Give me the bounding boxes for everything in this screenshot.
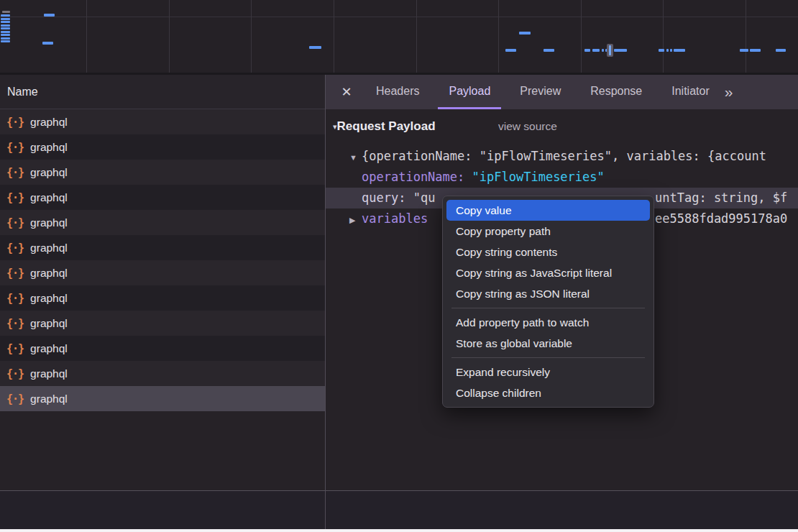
request-row[interactable]: {·} graphql bbox=[0, 260, 325, 285]
tab-headers[interactable]: Headers bbox=[365, 75, 430, 109]
context-menu-item-copy-value[interactable]: Copy value bbox=[446, 200, 650, 221]
json-request-icon: {·} bbox=[6, 141, 24, 154]
request-timing-bar bbox=[602, 49, 604, 52]
context-menu-item-copy-string-as-json-literal[interactable]: Copy string as JSON literal bbox=[443, 283, 653, 304]
request-row[interactable]: {·} graphql bbox=[0, 160, 325, 185]
request-row[interactable]: {·} graphql bbox=[0, 210, 325, 235]
request-timing-bar bbox=[1, 37, 10, 40]
tab-response[interactable]: Response bbox=[579, 75, 653, 109]
overview-horizontal-gridline bbox=[0, 17, 798, 17]
request-timing-bar bbox=[2, 11, 10, 13]
property-value-suffix: ee5588fdad995178a0 bbox=[655, 208, 787, 229]
request-list-empty-area bbox=[0, 411, 325, 490]
network-overview-waterfall[interactable] bbox=[0, 0, 798, 75]
request-timing-bar bbox=[42, 42, 53, 45]
overview-gridline bbox=[334, 0, 334, 73]
bottom-status-area bbox=[0, 490, 798, 529]
request-timing-bar bbox=[1, 21, 10, 23]
close-icon[interactable]: ✕ bbox=[336, 75, 357, 109]
overview-gridline bbox=[86, 0, 87, 73]
overview-gridline bbox=[746, 0, 746, 73]
expand-triangle-icon[interactable]: ▶ bbox=[349, 210, 362, 229]
json-request-icon: {·} bbox=[6, 116, 24, 129]
request-row[interactable]: {·} graphql bbox=[0, 185, 325, 210]
request-timing-bar bbox=[666, 49, 669, 52]
payload-root-row[interactable]: ▼{operationName: "ipFlowTimeseries", var… bbox=[326, 146, 798, 167]
tab-preview[interactable]: Preview bbox=[509, 75, 572, 109]
context-menu-item-copy-property-path[interactable]: Copy property path bbox=[443, 221, 653, 242]
payload-root-preview: {operationName: "ipFlowTimeseries", vari… bbox=[362, 149, 766, 163]
request-list: {·} graphql {·} graphql {·} graphql {·} … bbox=[0, 109, 325, 411]
tab-initiator[interactable]: Initiator bbox=[661, 75, 720, 109]
view-source-link[interactable]: view source bbox=[498, 118, 557, 135]
payload-operation-row[interactable]: operationName: "ipFlowTimeseries" bbox=[326, 167, 798, 188]
request-timing-bar bbox=[614, 49, 627, 52]
request-timing-bar bbox=[1, 18, 10, 20]
request-row[interactable]: {·} graphql bbox=[0, 311, 325, 336]
request-timing-bar bbox=[1, 40, 10, 42]
property-value-suffix: untTag: string, $f bbox=[655, 188, 787, 208]
property-key: variables bbox=[362, 211, 428, 226]
request-timing-bar bbox=[670, 49, 672, 52]
json-request-icon: {·} bbox=[6, 166, 24, 179]
context-menu-item-add-property-path-to-watch[interactable]: Add property path to watch bbox=[443, 312, 653, 333]
request-timing-bar bbox=[659, 49, 664, 52]
section-title: Request Payload bbox=[337, 119, 436, 133]
expand-triangle-icon[interactable]: ▼ bbox=[349, 147, 362, 167]
request-timing-bar bbox=[750, 49, 761, 52]
devtools-network-panel: Name {·} graphql {·} graphql {·} graphql… bbox=[0, 0, 798, 532]
request-row[interactable]: {·} graphql bbox=[0, 235, 325, 260]
request-name: graphql bbox=[30, 292, 68, 305]
json-request-icon: {·} bbox=[6, 393, 24, 405]
request-name: graphql bbox=[30, 166, 68, 179]
request-row[interactable]: {·} graphql bbox=[0, 285, 325, 311]
json-request-icon: {·} bbox=[6, 242, 24, 254]
request-timing-bar bbox=[505, 49, 516, 52]
request-timing-bar bbox=[1, 34, 10, 36]
overview-selection-tick bbox=[609, 45, 611, 55]
request-timing-bar bbox=[674, 49, 685, 52]
column-header-name[interactable]: Name bbox=[0, 75, 325, 109]
context-menu-item-expand-recursively[interactable]: Expand recursively bbox=[443, 362, 653, 382]
json-request-icon: {·} bbox=[6, 216, 24, 229]
request-name: graphql bbox=[30, 216, 68, 229]
property-value: "ipFlowTimeseries" bbox=[472, 170, 605, 184]
overview-gridline bbox=[581, 0, 582, 73]
json-request-icon: {·} bbox=[6, 292, 24, 305]
request-row[interactable]: {·} graphql bbox=[0, 109, 325, 134]
json-request-icon: {·} bbox=[6, 367, 24, 380]
context-menu: Copy valueCopy property pathCopy string … bbox=[442, 196, 654, 408]
request-payload-section-header[interactable]: ▾Request Payload bbox=[333, 118, 436, 135]
request-name: graphql bbox=[30, 116, 68, 129]
more-tabs-icon[interactable]: » bbox=[725, 75, 732, 109]
request-timing-bar bbox=[44, 14, 55, 17]
request-row[interactable]: {·} graphql bbox=[0, 386, 325, 411]
request-name: graphql bbox=[30, 191, 68, 204]
json-request-icon: {·} bbox=[6, 317, 24, 330]
context-menu-item-copy-string-contents[interactable]: Copy string contents bbox=[443, 242, 653, 262]
tab-payload[interactable]: Payload bbox=[438, 75, 501, 109]
json-request-icon: {·} bbox=[6, 267, 24, 280]
request-row[interactable]: {·} graphql bbox=[0, 336, 325, 361]
request-timing-bar bbox=[584, 49, 590, 52]
property-key: query: bbox=[362, 191, 405, 205]
overview-gridline bbox=[251, 0, 252, 73]
request-row[interactable]: {·} graphql bbox=[0, 361, 325, 386]
panel-divider[interactable] bbox=[325, 75, 326, 529]
window-bottom-edge bbox=[0, 529, 798, 532]
request-name: graphql bbox=[30, 393, 68, 405]
request-name: graphql bbox=[30, 267, 68, 280]
request-timing-bar bbox=[1, 31, 10, 33]
request-timing-bar bbox=[1, 27, 10, 29]
request-row[interactable]: {·} graphql bbox=[0, 134, 325, 160]
context-menu-divider bbox=[451, 357, 645, 358]
context-menu-divider bbox=[451, 308, 645, 308]
context-menu-item-copy-string-as-javascript-literal[interactable]: Copy string as JavaScript literal bbox=[443, 262, 653, 283]
request-timing-bar bbox=[309, 46, 321, 49]
request-timing-bar bbox=[519, 32, 531, 35]
overview-gridline bbox=[498, 0, 499, 73]
context-menu-item-collapse-children[interactable]: Collapse children bbox=[443, 382, 653, 403]
json-request-icon: {·} bbox=[6, 191, 24, 204]
request-name: graphql bbox=[30, 367, 68, 380]
context-menu-item-store-as-global-variable[interactable]: Store as global variable bbox=[443, 333, 653, 354]
